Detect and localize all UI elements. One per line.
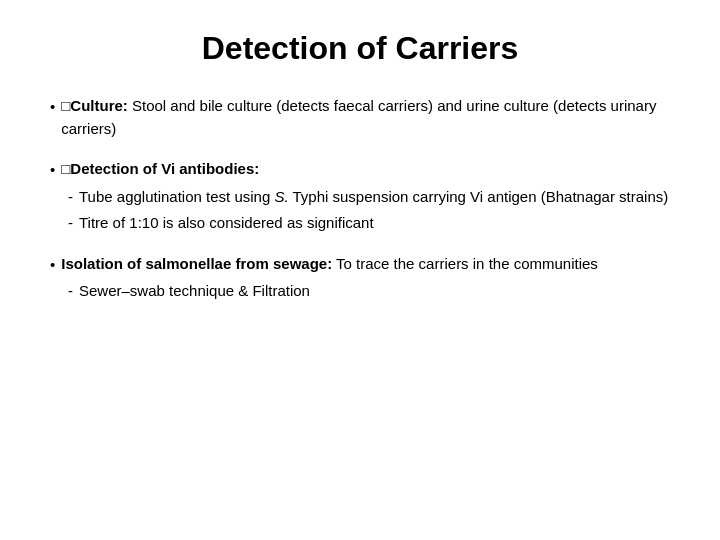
- culture-description: Stool and bile culture (detects faecal c…: [61, 97, 656, 137]
- bullet-dot-1: •: [50, 96, 55, 119]
- page: Detection of Carriers • □Culture: Stool …: [0, 0, 720, 540]
- bullet-salmonellae: • Isolation of salmonellae from sewage: …: [50, 253, 670, 277]
- species-italic: S.: [274, 188, 288, 205]
- culture-label: □Culture:: [61, 97, 128, 114]
- dash-char-1: -: [68, 186, 73, 209]
- dash-char-2: -: [68, 212, 73, 235]
- content-area: • □Culture: Stool and bile culture (dete…: [50, 95, 670, 303]
- vi-label: □Detection of Vi antibodies:: [61, 160, 259, 177]
- bullet-vi: • □Detection of Vi antibodies:: [50, 158, 670, 182]
- dash-sewer-swab: - Sewer–swab technique & Filtration: [50, 280, 670, 303]
- culture-text: □Culture: Stool and bile culture (detect…: [61, 95, 670, 140]
- dash-tube-agglutination: - Tube agglutination test using S. Typhi…: [50, 186, 670, 209]
- dash-titre: - Titre of 1:10 is also considered as si…: [50, 212, 670, 235]
- section-salmonellae: • Isolation of salmonellae from sewage: …: [50, 253, 670, 303]
- salmonellae-description: To trace the carriers in the communities: [336, 255, 598, 272]
- section-culture: • □Culture: Stool and bile culture (dete…: [50, 95, 670, 140]
- bullet-dot-2: •: [50, 159, 55, 182]
- salmonellae-text: Isolation of salmonellae from sewage: To…: [61, 253, 670, 276]
- section-vi-antibodies: • □Detection of Vi antibodies: - Tube ag…: [50, 158, 670, 235]
- tube-agglutination-text: Tube agglutination test using S. Typhi s…: [79, 186, 670, 209]
- dash-char-3: -: [68, 280, 73, 303]
- vi-text: □Detection of Vi antibodies:: [61, 158, 670, 181]
- titre-text: Titre of 1:10 is also considered as sign…: [79, 212, 670, 235]
- sewer-swab-text: Sewer–swab technique & Filtration: [79, 280, 670, 303]
- page-title: Detection of Carriers: [50, 30, 670, 67]
- bullet-dot-3: •: [50, 254, 55, 277]
- salmonellae-label: Isolation of salmonellae from sewage:: [61, 255, 332, 272]
- bullet-culture: • □Culture: Stool and bile culture (dete…: [50, 95, 670, 140]
